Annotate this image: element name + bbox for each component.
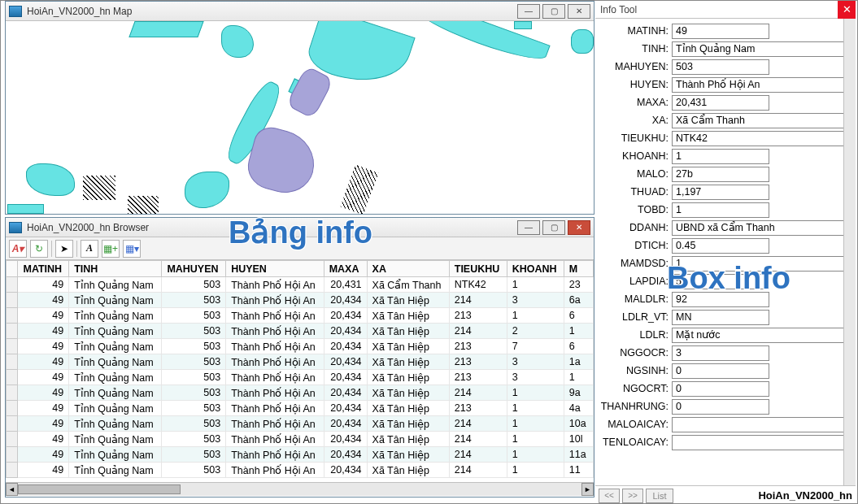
info-field-value[interactable]: 92 xyxy=(672,292,769,307)
info-vertical-scrollbar[interactable] xyxy=(843,19,856,485)
map-titlebar[interactable]: HoiAn_VN2000_hn Map — ▢ ✕ xyxy=(6,2,594,21)
browser-titlebar[interactable]: HoiAn_VN2000_hn Browser — ▢ ✕ xyxy=(6,218,594,237)
scroll-right-arrow-icon[interactable]: ► xyxy=(581,483,594,496)
table-cell: Xã Tân Hiệp xyxy=(367,401,449,416)
browser-maximize-button[interactable]: ▢ xyxy=(542,220,565,235)
map-close-button[interactable]: ✕ xyxy=(568,4,590,19)
column-header[interactable]: TIEUKHU xyxy=(449,261,507,277)
info-field-value[interactable]: NTK42 xyxy=(672,131,854,146)
info-field-value[interactable]: Tỉnh Quảng Nam xyxy=(672,41,854,57)
table-row[interactable]: 49Tỉnh Quảng Nam503Thành Phố Hội An20,43… xyxy=(7,385,594,401)
table-options-icon[interactable]: ▦▾ xyxy=(123,240,141,258)
scroll-left-arrow-icon[interactable]: ◄ xyxy=(6,483,18,496)
horizontal-scrollbar[interactable]: ◄ ► xyxy=(6,482,594,496)
info-field-value[interactable]: 1,197 xyxy=(672,185,769,200)
table-cell: 503 xyxy=(162,385,226,401)
table-cell: 1 xyxy=(507,385,564,401)
table-row[interactable]: 49Tỉnh Quảng Nam503Thành Phố Hội An20,43… xyxy=(7,308,594,324)
table-cell: Tỉnh Quảng Nam xyxy=(69,416,162,432)
info-tool-close-button[interactable]: ✕ xyxy=(838,1,856,19)
info-field-value[interactable]: 503 xyxy=(672,59,769,75)
info-field-value[interactable]: Mặt nước xyxy=(672,328,854,343)
table-cell: 49 xyxy=(18,324,69,339)
table-row[interactable]: 49Tỉnh Quảng Nam503Thành Phố Hội An20,43… xyxy=(7,463,594,478)
next-record-button[interactable]: >> xyxy=(622,489,643,503)
column-header[interactable]: TINH xyxy=(69,261,162,277)
info-field-value[interactable]: 27b xyxy=(672,167,769,182)
info-field-value[interactable]: 3 xyxy=(672,345,769,361)
column-header[interactable]: M xyxy=(564,261,593,277)
table-cell: 503 xyxy=(162,339,226,354)
table-cell: 20,434 xyxy=(324,339,367,354)
table-cell: 213 xyxy=(449,308,507,324)
info-field-value[interactable] xyxy=(672,417,854,432)
map-minimize-button[interactable]: — xyxy=(517,4,540,19)
table-row[interactable]: 49Tỉnh Quảng Nam503Thành Phố Hội An20,43… xyxy=(7,339,594,354)
column-header[interactable]: MAHUYEN xyxy=(162,261,226,277)
table-row[interactable]: 49Tỉnh Quảng Nam503Thành Phố Hội An20,43… xyxy=(7,416,594,432)
info-field-value[interactable]: 1 xyxy=(672,202,769,218)
info-field-value[interactable]: 0 xyxy=(672,381,769,397)
info-field-value[interactable]: 0 xyxy=(672,399,769,415)
info-tool-titlebar[interactable]: Info Tool ✕ xyxy=(595,1,856,19)
table-cell: 20,434 xyxy=(324,354,367,370)
table-row[interactable]: 49Tỉnh Quảng Nam503Thành Phố Hội An20,43… xyxy=(7,324,594,339)
browser-minimize-button[interactable]: — xyxy=(517,220,540,235)
browser-window-title: HoiAn_VN2000_hn Browser xyxy=(27,222,149,233)
table-row[interactable]: 49Tỉnh Quảng Nam503Thành Phố Hội An20,43… xyxy=(7,370,594,385)
info-field-label: THANHRUNG: xyxy=(597,401,672,412)
info-field-value[interactable]: 1 xyxy=(672,149,769,164)
add-column-icon[interactable]: ▦+ xyxy=(102,240,120,258)
prev-record-button[interactable]: << xyxy=(599,489,620,503)
table-row[interactable]: 49Tỉnh Quảng Nam503Thành Phố Hội An20,43… xyxy=(7,293,594,308)
browser-close-button[interactable]: ✕ xyxy=(568,220,590,235)
font-style-icon[interactable]: A xyxy=(81,240,98,258)
data-grid[interactable]: MATINHTINHMAHUYENHUYENMAXAXATIEUKHUKHOAN… xyxy=(6,260,594,482)
info-field-row: DDANH: UBND xã Cẩm Thanh xyxy=(597,219,854,237)
table-cell: Tỉnh Quảng Nam xyxy=(69,447,162,463)
table-cell: Xã Tân Hiệp xyxy=(367,416,449,432)
scroll-thumb[interactable] xyxy=(18,484,181,494)
info-tool-footer: << >> List HoiAn_VN2000_hn xyxy=(595,485,856,504)
table-cell: Tỉnh Quảng Nam xyxy=(69,339,162,354)
info-field-value[interactable]: 20,431 xyxy=(672,95,769,111)
info-field-value[interactable]: 49 xyxy=(672,24,769,39)
info-field-value[interactable]: Thành Phố Hội An xyxy=(672,77,854,93)
map-canvas[interactable] xyxy=(6,21,594,214)
table-cell: 49 xyxy=(18,432,69,447)
info-field-value[interactable]: MN xyxy=(672,310,769,325)
map-maximize-button[interactable]: ▢ xyxy=(542,4,565,19)
table-cell: 503 xyxy=(162,308,226,324)
column-header[interactable]: XA xyxy=(367,261,449,277)
table-row[interactable]: 49Tỉnh Quảng Nam503Thành Phố Hội An20,43… xyxy=(7,432,594,447)
info-field-value[interactable] xyxy=(672,435,854,450)
table-cell: 503 xyxy=(162,354,226,370)
column-header[interactable]: MATINH xyxy=(18,261,69,277)
info-field-value[interactable]: UBND xã Cẩm Thanh xyxy=(672,220,854,236)
refresh-icon[interactable]: ↻ xyxy=(30,240,48,258)
column-header[interactable]: KHOANH xyxy=(507,261,564,277)
table-row[interactable]: 49Tỉnh Quảng Nam503Thành Phố Hội An20,43… xyxy=(7,354,594,370)
sort-az-icon[interactable]: A▾ xyxy=(9,240,27,258)
info-field-value[interactable]: 0.45 xyxy=(672,238,769,254)
table-row[interactable]: 49Tỉnh Quảng Nam503Thành Phố Hội An20,43… xyxy=(7,447,594,463)
list-button[interactable]: List xyxy=(646,489,673,503)
table-cell: 503 xyxy=(162,447,226,463)
table-cell: 503 xyxy=(162,324,226,339)
pointer-icon[interactable]: ➤ xyxy=(55,240,73,258)
column-header[interactable]: MAXA xyxy=(324,261,367,277)
table-cell: Thành Phố Hội An xyxy=(226,432,324,447)
info-field-label: LDLR_VT: xyxy=(597,311,672,323)
info-field-value[interactable]: 1 xyxy=(672,256,854,272)
map-app-icon xyxy=(9,6,22,17)
table-row[interactable]: 49Tỉnh Quảng Nam503Thành Phố Hội An20,43… xyxy=(7,277,594,293)
table-cell: Tỉnh Quảng Nam xyxy=(69,308,162,324)
info-field-value[interactable]: 5 xyxy=(672,274,769,289)
table-cell: Xã Tân Hiệp xyxy=(367,463,449,478)
info-field-value[interactable]: 0 xyxy=(672,363,769,379)
table-cell: 6a xyxy=(564,293,593,308)
column-header[interactable]: HUYEN xyxy=(226,261,324,277)
table-cell: Xã Tân Hiệp xyxy=(367,308,449,324)
table-row[interactable]: 49Tỉnh Quảng Nam503Thành Phố Hội An20,43… xyxy=(7,401,594,416)
info-field-value[interactable]: Xã Cẩm Thanh xyxy=(672,113,854,128)
